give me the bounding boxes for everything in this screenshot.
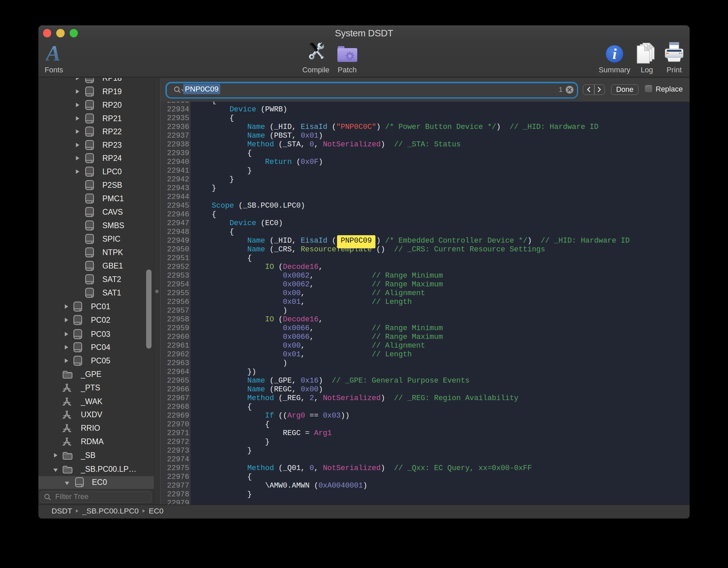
svg-text:i: i <box>613 46 617 62</box>
svg-text:A: A <box>46 45 61 64</box>
